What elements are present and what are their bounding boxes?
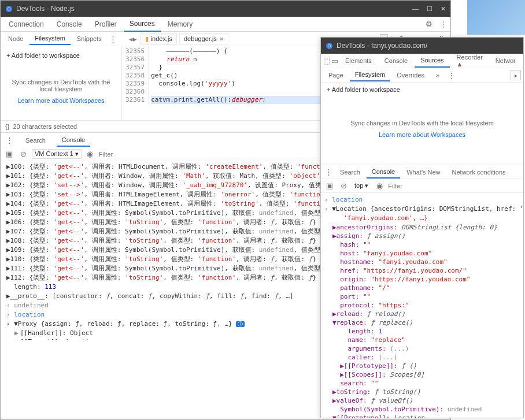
object-tree-row[interactable]: ▶reload: ƒ reload() <box>324 310 520 318</box>
window-title-2: DevTools - fanyi.youdao.com/ <box>337 42 519 50</box>
context-selector-2[interactable]: top ▾ <box>352 181 371 190</box>
subtab-snippets[interactable]: Snippets <box>72 33 107 44</box>
object-tree-row[interactable]: arguments: (...) <box>324 344 520 353</box>
svg-point-2 <box>8 8 10 10</box>
subtab-node[interactable]: Node <box>3 33 28 44</box>
file-tabs: ◂▸ ▮ index.js debugger.js ✕ <box>128 33 228 45</box>
drawer-netcond[interactable]: Network conditions <box>447 166 511 178</box>
selection-status: 20 characters selected <box>13 123 77 130</box>
svg-point-5 <box>328 44 331 47</box>
drawer-tab-console[interactable]: Console <box>57 134 90 147</box>
more-tabs-icon[interactable]: ⋮ <box>108 34 119 44</box>
line-gutter: 323553235632357 323583235932360 32361323… <box>122 46 149 104</box>
object-tree-row[interactable]: ▼replace: ƒ replace() <box>324 318 520 327</box>
sources-subtabs-2: Page Filesystem Overrides » ⋮ ▸ <box>321 68 523 83</box>
console-output-2[interactable]: › location ‹ ▼Location {ancestorOrigins:… <box>321 193 523 418</box>
file-nav-icon[interactable]: ◂▸ <box>128 34 138 44</box>
object-tree-row[interactable]: ▶assign: ƒ assign() <box>324 232 520 240</box>
main-tabstrip: Connection Console Profiler Sources Memo… <box>1 17 450 32</box>
desktop-background <box>467 0 525 35</box>
window-controls: — ☐ ✕ <box>412 5 446 13</box>
close-icon[interactable]: ✕ <box>441 5 446 13</box>
context-selector[interactable]: VM Context 1 ▾ <box>32 149 82 159</box>
main-tabstrip-2: ⬚ ▭ Elements Console Sources Recorder ▲ … <box>321 54 523 68</box>
tab-sources-2[interactable]: Sources <box>415 54 449 68</box>
object-tree-row[interactable]: pathname: "/" <box>324 284 520 292</box>
object-tree-row[interactable]: ▶toString: ƒ toString() <box>324 388 520 396</box>
subtab-filesystem-2[interactable]: Filesystem <box>350 69 391 81</box>
add-folder-button[interactable]: + Add folder to workspace <box>4 50 118 61</box>
kebab-menu-icon[interactable]: ⋮ <box>438 19 448 29</box>
drawer-console[interactable]: Console <box>367 166 400 179</box>
object-tree-row[interactable]: search: "" <box>324 379 520 388</box>
tab-connection[interactable]: Connection <box>3 17 50 31</box>
window-title: DevTools - Node.js <box>16 5 412 13</box>
object-tree-row[interactable]: ▶[[Scopes]]: Scopes[0] <box>324 370 520 379</box>
console-toolbar-2: ▣ ⊘ top ▾ ◉ <box>321 179 523 193</box>
object-tree-row[interactable]: length: 1 <box>324 327 520 336</box>
clear-console-icon[interactable]: ⊘ <box>18 149 28 159</box>
drawer-menu-icon[interactable]: ⋮ <box>4 135 14 146</box>
js-file-icon: ▮ <box>145 35 149 43</box>
tab-console-2[interactable]: Console <box>379 54 413 67</box>
object-tree-row[interactable]: hostname: "fanyi.youdao.com" <box>324 258 520 266</box>
clear-console-icon-2[interactable]: ⊘ <box>338 181 349 191</box>
minimize-icon[interactable]: — <box>412 5 419 13</box>
sidebar-toggle-icon-2[interactable]: ▣ <box>324 181 335 191</box>
learn-link-2[interactable]: Learn more about Workspaces <box>324 131 520 138</box>
subtab-overrides[interactable]: Overrides <box>391 69 430 81</box>
object-tree-row[interactable]: protocol: "https:" <box>324 301 520 310</box>
maximize-icon[interactable]: ☐ <box>427 5 432 13</box>
live-expression-icon[interactable]: ◉ <box>85 149 95 159</box>
chrome-icon <box>5 5 13 13</box>
debugger-pane-icon[interactable]: ▸ <box>511 70 521 80</box>
tab-elements[interactable]: Elements <box>339 54 378 67</box>
tab-sources[interactable]: Sources <box>124 17 161 32</box>
filetab-debugger[interactable]: debugger.js ✕ <box>179 33 228 44</box>
settings-icon[interactable]: ⚙ <box>424 19 434 29</box>
object-tree-row[interactable]: ▶ancestorOrigins: DOMStringList {length:… <box>324 223 520 232</box>
object-tree-row[interactable]: ▶[[Prototype]]: ƒ () <box>324 362 520 370</box>
tab-console[interactable]: Console <box>51 17 88 31</box>
chrome-icon <box>326 42 333 50</box>
sidebar-toggle-icon[interactable]: ▣ <box>4 149 14 159</box>
object-tree-row[interactable]: origin: "https://fanyi.youdao.com" <box>324 275 520 284</box>
learn-workspaces-link[interactable]: Learn more about Workspaces <box>4 97 118 104</box>
drawer-tabs-2: ⋮ Search Console What's New Network cond… <box>321 165 523 179</box>
object-tree-row[interactable]: caller: (...) <box>324 353 520 362</box>
filetab-index[interactable]: ▮ index.js <box>141 33 177 45</box>
tab-network[interactable]: Networ <box>490 54 522 67</box>
device-toggle-icon[interactable]: ▭ <box>331 55 338 66</box>
object-tree-row[interactable]: ▼[[Prototype]]: Location <box>324 414 520 418</box>
drawer-whatsnew[interactable]: What's New <box>401 166 445 178</box>
object-tree-row[interactable]: ▶valueOf: ƒ valueOf() <box>324 396 520 405</box>
subtab-more[interactable]: » <box>431 69 445 81</box>
more-icon[interactable]: ⋮ <box>446 70 456 80</box>
object-tree-row[interactable]: href: "https://fanyi.youdao.com/" <box>324 266 520 275</box>
tab-recorder[interactable]: Recorder ▲ <box>451 51 489 70</box>
inspect-icon[interactable]: ⬚ <box>323 55 330 66</box>
sync-message-2: Sync changes in DevTools with the local … <box>324 120 520 127</box>
object-tree-row[interactable]: hash: "" <box>324 240 520 249</box>
live-expression-icon-2[interactable]: ◉ <box>374 181 384 191</box>
filter-input-2[interactable] <box>388 183 520 189</box>
sync-message: Sync changes in DevTools with the local … <box>4 79 118 92</box>
filesystem-sidebar: + Add folder to workspace Sync changes i… <box>1 46 122 120</box>
subtab-filesystem[interactable]: Filesystem <box>29 32 71 45</box>
drawer-menu-icon-2[interactable]: ⋮ <box>323 167 334 177</box>
drawer-tab-search[interactable]: Search <box>20 135 51 146</box>
object-tree-row[interactable]: port: "" <box>324 292 520 301</box>
tab-profiler[interactable]: Profiler <box>89 17 123 31</box>
titlebar[interactable]: DevTools - Node.js — ☐ ✕ <box>1 1 450 17</box>
object-tree-row[interactable]: name: "replace" <box>324 336 520 344</box>
object-tree-row[interactable]: Symbol(Symbol.toPrimitive): undefined <box>324 405 520 414</box>
titlebar-2[interactable]: DevTools - fanyi.youdao.com/ <box>321 38 523 54</box>
devtools-window-fanyi: DevTools - fanyi.youdao.com/ ⬚ ▭ Element… <box>320 37 524 418</box>
drawer-search[interactable]: Search <box>335 166 365 178</box>
close-tab-icon[interactable]: ✕ <box>219 36 224 42</box>
pretty-print-icon[interactable]: {} <box>5 123 9 130</box>
subtab-page[interactable]: Page <box>323 69 349 81</box>
tab-memory[interactable]: Memory <box>162 17 198 31</box>
add-folder-button-2[interactable]: + Add folder to workspace <box>321 83 523 96</box>
object-tree-row[interactable]: host: "fanyi.youdao.com" <box>324 249 520 258</box>
